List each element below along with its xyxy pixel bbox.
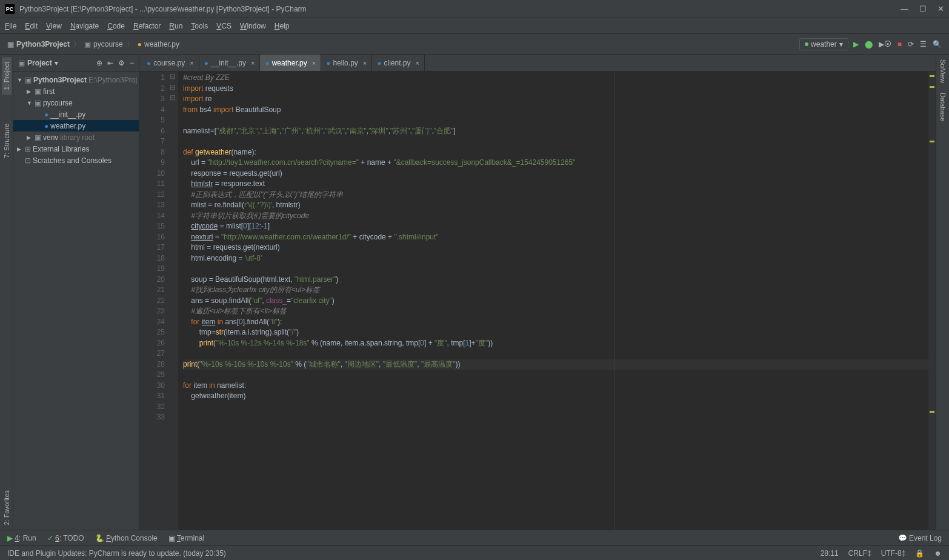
- debug-icon[interactable]: ⬤: [865, 40, 873, 48]
- code-line[interactable]: response = requests.get(url): [183, 168, 928, 179]
- lock-icon[interactable]: 🔒: [915, 549, 924, 558]
- code-line[interactable]: html = requests.get(nexturl): [183, 242, 928, 253]
- breadcrumb-item[interactable]: ● weather.py: [138, 40, 179, 48]
- code-line[interactable]: [183, 115, 928, 126]
- code-line[interactable]: namelist=["成都","北京","上海","广州","杭州","武汉",…: [183, 126, 928, 137]
- bottom-tool-terminal[interactable]: ▣ Terminal: [168, 534, 204, 542]
- menu-run[interactable]: Run: [169, 22, 182, 30]
- code-line[interactable]: import requests: [183, 84, 928, 95]
- editor-tab[interactable]: ●__init__.py×: [199, 55, 261, 71]
- close-tab-icon[interactable]: ×: [312, 59, 316, 67]
- menu-navigate[interactable]: Navigate: [70, 22, 99, 30]
- code-line[interactable]: [183, 412, 928, 423]
- code-line[interactable]: #字符串切片获取我们需要的citycode: [183, 211, 928, 222]
- gear-icon[interactable]: ⚙: [118, 59, 125, 67]
- menubar: FileEditViewNavigateCodeRefactorRunTools…: [0, 18, 949, 34]
- search-icon[interactable]: 🔍: [933, 40, 942, 48]
- stop-icon[interactable]: ■: [897, 40, 902, 48]
- minimize-icon[interactable]: —: [901, 4, 908, 13]
- code-line[interactable]: for item in namelist:: [183, 381, 928, 392]
- code-line[interactable]: #creat By ZZE: [183, 73, 928, 84]
- editor-tab[interactable]: ●client.py×: [372, 55, 425, 71]
- code-line[interactable]: def getweather(name):: [183, 147, 928, 158]
- maximize-icon[interactable]: ☐: [919, 4, 927, 13]
- code-line[interactable]: [183, 402, 928, 413]
- editor-tab[interactable]: ●weather.py×: [260, 55, 321, 71]
- code-line[interactable]: [183, 348, 928, 359]
- coverage-icon[interactable]: ▶⦿: [879, 40, 891, 48]
- close-icon[interactable]: ✕: [937, 4, 944, 13]
- breadcrumb-item[interactable]: ▣ Python3Project: [7, 40, 70, 48]
- run-icon[interactable]: ▶: [853, 40, 859, 48]
- code-line[interactable]: print("%-10s %-10s %-10s %-10s" % ("城市名称…: [183, 359, 928, 370]
- tool-window-tab[interactable]: 7: Structure: [2, 119, 12, 163]
- update-icon[interactable]: ⟳: [908, 40, 914, 48]
- menu-view[interactable]: View: [46, 22, 62, 30]
- line-separator[interactable]: CRLF‡: [848, 549, 871, 558]
- code-line[interactable]: htmlstr = response.text: [183, 179, 928, 190]
- tool-window-tab[interactable]: Database: [938, 88, 948, 126]
- project-icon: ▣: [18, 59, 25, 67]
- error-stripe[interactable]: [928, 72, 936, 530]
- close-tab-icon[interactable]: ×: [251, 59, 255, 67]
- code-line[interactable]: ans = soup.findAll("ul", class_="clearfi…: [183, 296, 928, 307]
- tree-node[interactable]: ● __init__.py: [13, 108, 139, 120]
- menu-tools[interactable]: Tools: [191, 22, 208, 30]
- menu-edit[interactable]: Edit: [25, 22, 38, 30]
- event-log-button[interactable]: 💬 Event Log: [898, 534, 942, 542]
- tree-node[interactable]: ▼▣ pycourse: [13, 97, 139, 108]
- code-line[interactable]: #遍历<ul>标签下所有<li>标签: [183, 306, 928, 317]
- menu-code[interactable]: Code: [107, 22, 125, 30]
- file-encoding[interactable]: UTF-8‡: [881, 549, 906, 558]
- close-tab-icon[interactable]: ×: [363, 59, 367, 67]
- code-line[interactable]: #找到class为clearfix city的所有<ul>标签: [183, 285, 928, 296]
- target-icon[interactable]: ⊕: [96, 59, 102, 67]
- tool-window-tab[interactable]: SciView: [938, 55, 948, 88]
- window-title: Python3Project [E:\Python3Project] - ...…: [19, 5, 901, 13]
- code-line[interactable]: html.encoding = 'utf-8': [183, 253, 928, 264]
- chevron-down-icon[interactable]: ▾: [55, 59, 58, 67]
- menu-refactor[interactable]: Refactor: [133, 22, 161, 30]
- code-line[interactable]: nexturl = "http://www.weather.com.cn/wea…: [183, 232, 928, 243]
- tree-node[interactable]: ▼▣ Python3Project E:\Python3Proj: [13, 74, 139, 85]
- code-line[interactable]: tmp=str(item.a.i.string).split("/"): [183, 327, 928, 338]
- code-line[interactable]: [183, 264, 928, 275]
- menu-file[interactable]: File: [5, 22, 16, 30]
- bottom-tool-pythonconsole[interactable]: 🐍 Python Console: [95, 534, 158, 542]
- menu-vcs[interactable]: VCS: [216, 22, 231, 30]
- menu-help[interactable]: Help: [275, 22, 290, 30]
- code-line[interactable]: [183, 136, 928, 147]
- breadcrumb: ▣ Python3Project〉▣ pycourse〉● weather.py: [7, 39, 799, 49]
- close-tab-icon[interactable]: ×: [416, 59, 419, 67]
- editor-tab[interactable]: ●course.py×: [142, 55, 199, 71]
- code-line[interactable]: import re: [183, 94, 928, 105]
- tree-node[interactable]: ⊡ Scratches and Consoles: [13, 155, 139, 166]
- bottom-tool-run[interactable]: ▶ 4: Run: [7, 534, 36, 542]
- tree-node[interactable]: ▶▣ venv library root: [13, 132, 139, 143]
- code-line[interactable]: url = "http://toy1.weather.com.cn/search…: [183, 158, 928, 168]
- code-line[interactable]: from bs4 import BeautifulSoup: [183, 105, 928, 116]
- breadcrumb-item[interactable]: ▣ pycourse: [84, 40, 123, 48]
- code-line[interactable]: getweather(item): [183, 391, 928, 402]
- tree-node[interactable]: ▶⊞ External Libraries: [13, 143, 139, 155]
- close-tab-icon[interactable]: ×: [190, 59, 193, 67]
- bottom-tool-todo[interactable]: ✓ 6: TODO: [47, 534, 84, 542]
- run-config-selector[interactable]: weather ▾: [799, 38, 848, 50]
- tool-window-tab[interactable]: 1: Project: [2, 57, 12, 95]
- tree-node[interactable]: ● weather.py: [13, 120, 139, 132]
- code-line[interactable]: [183, 370, 928, 381]
- code-line[interactable]: mlist = re.findall(r'\((.*?)\)', htmlstr…: [183, 200, 928, 211]
- tree-node[interactable]: ▶▣ first: [13, 85, 139, 97]
- menu-window[interactable]: Window: [240, 22, 266, 30]
- structure-icon[interactable]: ☰: [920, 40, 927, 48]
- code-line[interactable]: soup = BeautifulSoup(html.text, "html.pa…: [183, 275, 928, 285]
- editor-tab[interactable]: ●hello.py×: [321, 55, 372, 71]
- hide-icon[interactable]: −: [130, 59, 134, 67]
- code-line[interactable]: #正则表达式，匹配以"("开头,以")"结尾的字符串: [183, 190, 928, 201]
- tool-window-tab[interactable]: 2: Favorites: [2, 485, 12, 530]
- code-line[interactable]: for item in ans[0].findAll("li"):: [183, 317, 928, 328]
- collapse-icon[interactable]: ⇤: [107, 59, 113, 67]
- code-line[interactable]: citycode = mlist[0][12:-1]: [183, 221, 928, 232]
- hector-icon[interactable]: ☻: [934, 549, 942, 558]
- code-line[interactable]: print("%-10s %-12s %-14s %-18s" % (name,…: [183, 338, 928, 349]
